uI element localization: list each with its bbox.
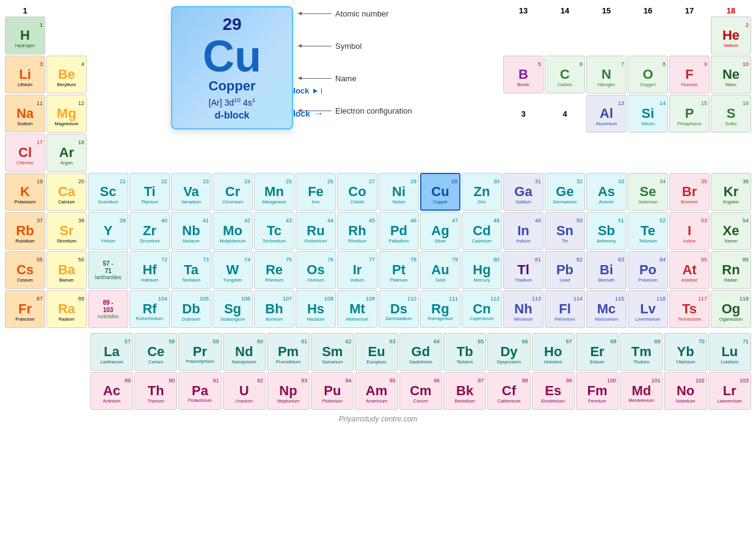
element-Be[interactable]: 4 Be Beryllium — [46, 56, 87, 93]
element-Ho[interactable]: 67 Ho Holmium — [532, 333, 575, 371]
element-As[interactable]: 33 As Arsenic — [586, 173, 627, 211]
element-Zn[interactable]: 30 Zn Zinc — [462, 173, 502, 211]
element-Cn[interactable]: 112 Cn Copernicium — [462, 290, 502, 328]
element-Te[interactable]: 52 Te Tellurium — [628, 212, 668, 250]
element-Fm[interactable]: 100 Fm Fermium — [576, 372, 619, 410]
element-Zr[interactable]: 40 Zr Zirconium — [129, 212, 170, 250]
element-Pr[interactable]: 59 Pr Praseodymium — [178, 333, 221, 371]
element-Lu[interactable]: 71 Lu Lutetium — [708, 333, 751, 371]
element-Ir[interactable]: 77 Ir Iridium — [337, 251, 377, 289]
element-Ga[interactable]: 31 Ga Gallium — [503, 173, 543, 211]
element-Mt[interactable]: 109 Mt Meitnerium — [337, 290, 377, 328]
element-Cf[interactable]: 98 Cf Californium — [487, 372, 530, 410]
element-Kr[interactable]: 36 Kr Krypton — [711, 173, 751, 211]
element-Ne[interactable]: 10 Ne Neon — [711, 56, 751, 93]
element-Sn[interactable]: 50 Sn Tin — [545, 212, 585, 250]
element-Al[interactable]: 13 Al Aluminium — [586, 95, 627, 133]
element-Hf[interactable]: 72 Hf Hafnium — [129, 251, 170, 289]
element-Y[interactable]: 39 Y Yttrium — [88, 212, 128, 250]
element-B[interactable]: 5 B Boron — [503, 56, 543, 93]
element-Mo[interactable]: 42 Mo Molybdenum — [213, 212, 253, 250]
element-Na[interactable]: 11 Na Sodium — [5, 95, 45, 133]
element-H[interactable]: 1 H Hydrogen — [5, 16, 45, 54]
element-Ge[interactable]: 32 Ge Germanium — [545, 173, 585, 211]
element-Rh[interactable]: 45 Rh Rhodium — [337, 212, 377, 250]
element-Br[interactable]: 35 Br Bromine — [669, 173, 710, 211]
element-Pd[interactable]: 46 Pd Palladium — [379, 212, 419, 250]
element-Lv[interactable]: 116 Lv Livermorium — [628, 290, 668, 328]
element-Pa[interactable]: 91 Pa Protactinium — [178, 372, 221, 410]
element-La[interactable]: 57 La Lanthanum — [90, 333, 133, 371]
element-Eu[interactable]: 63 Eu Europium — [355, 333, 398, 371]
element-Co[interactable]: 27 Co Cobalt — [337, 173, 377, 211]
element-Np[interactable]: 93 Np Neptunium — [267, 372, 310, 410]
element-Os[interactable]: 76 Os Osmium — [296, 251, 336, 289]
element-Po[interactable]: 84 Po Polonium — [628, 251, 668, 289]
element-S[interactable]: 16 S Sulfur — [711, 95, 751, 133]
element-Og[interactable]: 118 Og Oganesson — [711, 290, 751, 328]
element-Bk[interactable]: 97 Bk Berkelium — [443, 372, 486, 410]
element-Fl[interactable]: 114 Fl Flerovium — [545, 290, 585, 328]
element-Sm[interactable]: 62 Sm Samarium — [311, 333, 354, 371]
element-Pu[interactable]: 94 Pu Plutonium — [311, 372, 354, 410]
element-Th[interactable]: 90 Th Thorium — [134, 372, 177, 410]
element-Cd[interactable]: 48 Cd Cadmium — [462, 212, 502, 250]
element-Tm[interactable]: 69 Tm Thulium — [620, 333, 663, 371]
element-Ds[interactable]: 110 Ds Darmstadtium — [379, 290, 419, 328]
element-Cu-main[interactable]: 29 Cu Copper — [420, 173, 460, 211]
element-Db[interactable]: 105 Db Dubnium — [171, 290, 211, 328]
element-At[interactable]: 85 At Astatine — [669, 251, 710, 289]
element-Md[interactable]: 101 Md Mendelevium — [620, 372, 663, 410]
element-Tb[interactable]: 65 Tb Terbium — [443, 333, 486, 371]
element-Ba[interactable]: 56 Ba Barium — [46, 251, 87, 289]
element-Si[interactable]: 14 Si Silicon — [628, 95, 668, 133]
element-Bh[interactable]: 107 Bh Bohrium — [254, 290, 294, 328]
element-I[interactable]: 53 I Iodine — [669, 212, 710, 250]
element-Rb[interactable]: 37 Rb Rubidium — [5, 212, 45, 250]
element-Pm[interactable]: 61 Pm Promethium — [267, 333, 310, 371]
element-Xe[interactable]: 54 Xe Xenon — [711, 212, 751, 250]
element-Yb[interactable]: 70 Yb Ytterbium — [664, 333, 707, 371]
element-Hg[interactable]: 80 Hg Mercury — [462, 251, 502, 289]
element-Sc[interactable]: 21 Sc Scandium — [88, 173, 128, 211]
element-Re[interactable]: 75 Re Rhenium — [254, 251, 294, 289]
element-Ra[interactable]: 88 Ra Radium — [46, 290, 87, 328]
element-In[interactable]: 49 In Indium — [503, 212, 543, 250]
element-Pt[interactable]: 78 Pt Platinum — [379, 251, 419, 289]
element-Cr[interactable]: 24 Cr Chromium — [213, 173, 253, 211]
element-Ac[interactable]: 89 Ac Actinium — [90, 372, 133, 410]
element-Cs[interactable]: 55 Cs Cesium — [5, 251, 45, 289]
element-Lr[interactable]: 103 Lr Lawrencium — [708, 372, 751, 410]
element-Ag[interactable]: 47 Ag Silver — [420, 212, 460, 250]
element-Ar[interactable]: 18 Ar Argon — [46, 134, 87, 172]
element-Cm[interactable]: 96 Cm Curium — [399, 372, 442, 410]
element-Es[interactable]: 99 Es Einsteinium — [532, 372, 575, 410]
element-Fe[interactable]: 26 Fe Iron — [296, 173, 336, 211]
element-Nb[interactable]: 41 Nb Niobium — [171, 212, 211, 250]
element-F[interactable]: 9 F Fluorine — [669, 56, 710, 93]
element-Tc[interactable]: 43 Tc Technetium — [254, 212, 294, 250]
element-Mn[interactable]: 25 Mn Manganese — [254, 173, 294, 211]
element-V[interactable]: 23 Va Vanadium — [171, 173, 211, 211]
element-Er[interactable]: 68 Er Erbium — [576, 333, 619, 371]
element-Ts[interactable]: 117 Ts Tennessine — [669, 290, 710, 328]
element-Au[interactable]: 79 Au Gold — [420, 251, 460, 289]
element-Sr[interactable]: 38 Sr Strontium — [46, 212, 87, 250]
element-P[interactable]: 15 P Phosphorus — [669, 95, 710, 133]
element-Sg[interactable]: 106 Sg Seaborgium — [213, 290, 253, 328]
element-Gd[interactable]: 64 Gd Gadolinium — [399, 333, 442, 371]
element-U[interactable]: 92 U Uranium — [223, 372, 266, 410]
element-Ce[interactable]: 58 Ce Cerium — [134, 333, 177, 371]
element-Cl[interactable]: 17 Cl Chlorine — [5, 134, 45, 172]
element-Rn[interactable]: 86 Rn Radon — [711, 251, 751, 289]
element-Ta[interactable]: 73 Ta Tantalum — [171, 251, 211, 289]
element-Pb[interactable]: 82 Pb Lead — [545, 251, 585, 289]
element-Ni[interactable]: 28 Ni Nickel — [379, 173, 419, 211]
element-C[interactable]: 6 C Carbon — [545, 56, 585, 93]
element-Rg[interactable]: 111 Rg Roentgenium — [420, 290, 460, 328]
element-Am[interactable]: 95 Am Americium — [355, 372, 398, 410]
element-Nd[interactable]: 60 Nd Neodymium — [223, 333, 266, 371]
element-N[interactable]: 7 N Nitrogen — [586, 56, 627, 93]
element-Sb[interactable]: 51 Sb Antimony — [586, 212, 627, 250]
element-Hs[interactable]: 108 Hs Hassium — [296, 290, 336, 328]
